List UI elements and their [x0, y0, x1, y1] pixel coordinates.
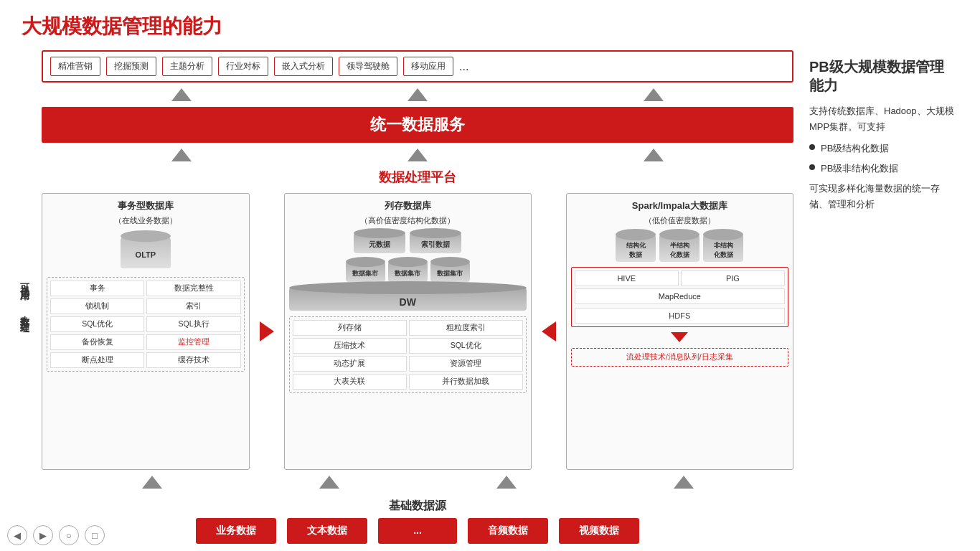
cyl-market-3: 数据集市 — [430, 262, 470, 282]
left-labels: 可视化应用 大数据处理 — [14, 50, 34, 544]
right-panel: PB级大规模数据管理能力 支持传统数据库、Hadoop、大规模MPP集群。可支持… — [801, 50, 966, 544]
app-dots: ... — [459, 60, 468, 73]
center-area: 精准营销 挖掘预测 主题分析 行业对标 嵌入式分析 领导驾驶舱 移动应用 ...… — [42, 50, 793, 544]
spark-cyl-row: 结构化数据 半结构化数据 非结构化数据 — [616, 235, 743, 262]
btn-text-data[interactable]: 文本数据 — [287, 518, 367, 544]
app-tag-4[interactable]: 行业对标 — [218, 57, 268, 76]
app-tag-1[interactable]: 精准营销 — [50, 57, 100, 76]
col-feat-5: 动态扩展 — [293, 356, 407, 372]
cyl-triple-row: 数据集市 数据集市 数据集市 — [346, 262, 470, 282]
spark-db-title: Spark/Impala大数据库 — [632, 199, 727, 212]
bullet-item-1: PB级结构化数据 — [809, 141, 957, 156]
red-arrow-left-icon — [542, 321, 556, 342]
spark-hive: HIVE — [575, 270, 679, 286]
spark-cyl-3: 非结构化数据 — [703, 235, 743, 262]
arrows-up-row — [42, 88, 793, 101]
right-panel-title: PB级大规模数据管理能力 — [809, 57, 957, 95]
app-tag-7[interactable]: 移动应用 — [403, 57, 453, 76]
columnar-db-box: 列存数据库 （高价值密度结构化数据） 元数据 索引数据 — [284, 193, 532, 470]
col-feat-2: 粗粒度索引 — [409, 320, 523, 336]
col-feat-3: 压缩技术 — [293, 338, 407, 354]
unified-service-bar: 统一数据服务 — [42, 107, 793, 143]
cyl-metadata: 元数据 — [354, 233, 405, 253]
feature-8: 监控管理 — [146, 334, 240, 350]
nav-next[interactable]: ▶ — [33, 525, 53, 545]
arrow-up-2 — [407, 88, 428, 101]
label-bigdata: 大数据处理 — [18, 308, 31, 319]
arrow-up-7 — [142, 476, 162, 489]
btn-audio-data[interactable]: 音频数据 — [468, 518, 548, 544]
feature-6: SQL执行 — [146, 316, 240, 332]
app-tag-3[interactable]: 主题分析 — [162, 57, 212, 76]
transaction-db-title: 事务型数据库 — [118, 199, 174, 212]
spark-grid: HIVE PIG MapReduce HDFS — [571, 267, 788, 327]
spark-mapreduce: MapReduce — [575, 288, 785, 304]
cyl-top-row: 元数据 索引数据 — [354, 233, 461, 253]
app-tag-2[interactable]: 挖掘预测 — [106, 57, 156, 76]
transaction-db-box: 事务型数据库 （在线业务数据） OLTP 事务 数据完整性 锁机制 索引 SQL… — [42, 193, 250, 470]
btn-video-data[interactable]: 视频数据 — [559, 518, 639, 544]
page-title: 大规模数据管理的能力 — [14, 13, 966, 40]
feature-2: 数据完整性 — [146, 281, 240, 296]
arrows-up-row3 — [42, 476, 793, 489]
spark-cyl-2: 半结构化数据 — [659, 235, 699, 262]
feature-3: 锁机制 — [50, 298, 144, 314]
bullet-text-1: PB级结构化数据 — [821, 141, 889, 156]
bullet-text-2: PB级非结构化数据 — [821, 161, 898, 176]
right-para-1: 支持传统数据库、Hadoop、大规模MPP集群。可支持 — [809, 103, 957, 135]
oltp-cylinder: OLTP — [121, 236, 171, 268]
nav-circle1[interactable]: ○ — [59, 525, 79, 545]
col-feat-8: 并行数据加载 — [409, 374, 523, 390]
bottom-area: 基础数据源 业务数据 文本数据 ... 音频数据 视频数据 — [42, 499, 793, 544]
stream-box: 流处理技术/消息队列/日志采集 — [571, 348, 788, 367]
columnar-features: 列存储 粗粒度索引 压缩技术 SQL优化 动态扩展 资源管理 大表关联 并行数据… — [289, 316, 527, 393]
app-tag-5[interactable]: 嵌入式分析 — [274, 57, 333, 76]
columnar-db-title: 列存数据库 — [385, 199, 431, 212]
transaction-features: 事务 数据完整性 锁机制 索引 SQL优化 SQL执行 备份恢复 监控管理 断点… — [47, 277, 245, 372]
feature-1: 事务 — [50, 281, 144, 296]
cyl-market-2: 数据集市 — [388, 262, 428, 282]
bullet-dot-1 — [809, 144, 815, 150]
oltp-label: OLTP — [136, 250, 156, 259]
cyl-dw: DW — [289, 288, 527, 311]
arrow-up-4 — [171, 149, 192, 161]
feature-4: 索引 — [146, 298, 240, 314]
cyl-market-1: 数据集市 — [346, 262, 385, 282]
spark-pig: PIG — [681, 270, 785, 286]
arrow-up-9 — [496, 476, 517, 489]
bullet-item-2: PB级非结构化数据 — [809, 161, 957, 176]
col-feat-7: 大表关联 — [293, 374, 407, 390]
bullet-dot-2 — [809, 164, 815, 170]
right-para-2: 可实现多样化海量数据的统一存储、管理和分析 — [809, 181, 957, 212]
red-down-arrow — [671, 332, 688, 342]
feature-9: 断点处理 — [50, 352, 144, 368]
oltp-cylinder-area: OLTP — [47, 233, 245, 271]
apps-row: 精准营销 挖掘预测 主题分析 行业对标 嵌入式分析 领导驾驶舱 移动应用 ... — [42, 50, 793, 83]
red-arrow-right-icon — [260, 321, 274, 342]
feature-10: 缓存技术 — [146, 352, 240, 368]
app-tag-6[interactable]: 领导驾驶舱 — [339, 57, 397, 76]
arrow-from-right — [536, 193, 562, 470]
arrow-up-1 — [171, 88, 192, 101]
label-visualization: 可视化应用 — [18, 276, 31, 286]
nav-prev[interactable]: ◀ — [7, 525, 27, 545]
db-boxes-row: 事务型数据库 （在线业务数据） OLTP 事务 数据完整性 锁机制 索引 SQL… — [42, 193, 793, 470]
arrow-up-6 — [644, 149, 664, 161]
data-processing-label: 数据处理平台 — [42, 169, 793, 186]
arrow-up-3 — [644, 88, 664, 101]
base-data-label: 基础数据源 — [42, 499, 793, 514]
cyl-index-data: 索引数据 — [410, 233, 461, 253]
nav-circle2[interactable]: □ — [85, 525, 105, 545]
arrows-up-row2 — [42, 149, 793, 161]
spark-cyl-1: 结构化数据 — [616, 235, 656, 262]
col-feat-6: 资源管理 — [409, 356, 523, 372]
spark-db-box: Spark/Impala大数据库 （低价值密度数据） 结构化数据 半结构化数据 … — [566, 193, 793, 470]
feature-7: 备份恢复 — [50, 334, 144, 350]
slide: 大规模数据管理的能力 可视化应用 大数据处理 精准营销 挖掘预测 主题分析 行业… — [0, 0, 980, 551]
right-panel-body: 支持传统数据库、Hadoop、大规模MPP集群。可支持 PB级结构化数据 PB级… — [809, 103, 957, 213]
btn-business-data[interactable]: 业务数据 — [196, 518, 276, 544]
columnar-cyl-area: 元数据 索引数据 数据集市 数据集市 — [289, 233, 527, 311]
btn-dots: ... — [378, 518, 457, 544]
spark-hdfs: HDFS — [575, 308, 785, 324]
feature-5: SQL优化 — [50, 316, 144, 332]
